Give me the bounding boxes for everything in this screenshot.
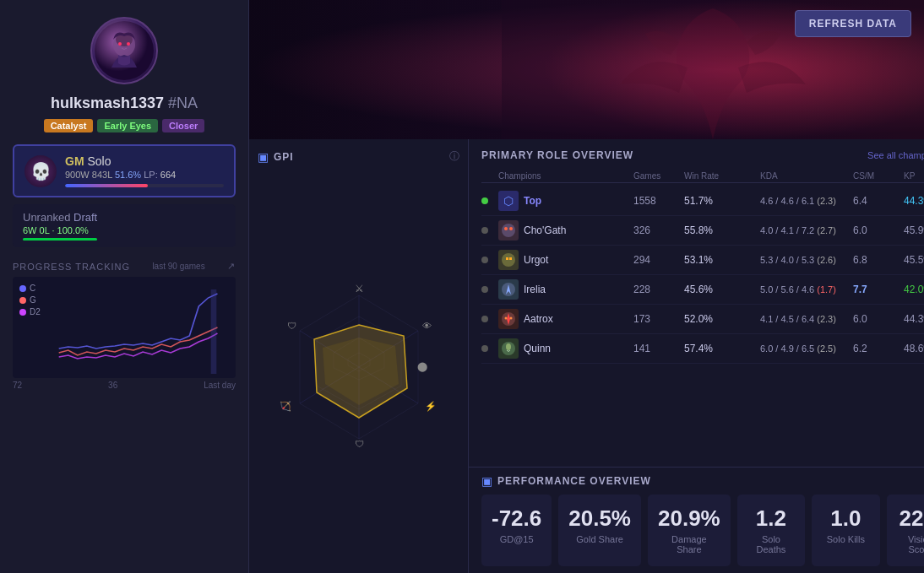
role-panel: PRIMARY ROLE OVERVIEW See all champions … (469, 139, 924, 467)
col-kp: KP (904, 171, 924, 181)
svg-point-31 (505, 317, 508, 320)
legend-c: C (19, 284, 41, 293)
gpi-info-icon[interactable]: ⓘ (449, 149, 459, 164)
table-row[interactable]: Irelia 228 45.6% 5.0 / 5.6 / 4.6 (1.7) 7… (481, 275, 924, 305)
refresh-button[interactable]: REFRESH DATA (795, 10, 911, 37)
perf-title: PERFORMANCE OVERVIEW (497, 475, 651, 487)
csm-irelia: 7.7 (853, 284, 904, 295)
svg-point-34 (506, 343, 511, 350)
table-row[interactable]: ⬡ Top 1558 51.7% 4.6 / 4.6 / 6.1 (2.3) 6… (481, 186, 924, 216)
rank-bar (65, 184, 224, 187)
csm-aatrox: 6.0 (853, 313, 904, 325)
solo-deaths-label: Solo Deaths (747, 534, 795, 554)
csm-top: 6.4 (853, 195, 904, 207)
vision-score-value: 22.0 (897, 506, 924, 531)
role-dot-active (481, 197, 488, 204)
svg-point-24 (504, 227, 508, 230)
radar-svg: ⚔ 🛡 🏹 🛡 ⚡ 👁 ⬤ (270, 278, 448, 456)
unranked-stats: 6W 0L · 100.0% (23, 225, 97, 235)
chart-label-lastday: Last day (204, 381, 236, 390)
svg-text:🛡: 🛡 (286, 321, 296, 331)
winrate-531: 53.1% (684, 254, 760, 266)
tag-closer: Closer (162, 119, 204, 132)
table-row[interactable]: Quinn 141 57.4% 6.0 / 4.9 / 6.5 (2.5) 6.… (481, 334, 924, 364)
perf-card-solo-deaths: 1.2 Solo Deaths (737, 495, 805, 566)
legend-g: G (19, 295, 41, 305)
kda-aatrox: 4.1 / 4.5 / 6.4 (2.3) (760, 314, 853, 324)
see-all-champions[interactable]: See all champions ↗ (867, 150, 924, 161)
draft-label: Draft (73, 211, 97, 224)
chart-area: C G D2 (13, 277, 236, 378)
rank-lp: 664 (160, 170, 176, 180)
chogath-icon (498, 220, 519, 241)
username: hulksmash1337 #NA (13, 95, 236, 112)
table-header: Champions Games Win Rate KDA CS/M KP (481, 170, 924, 183)
svg-text:⚔: ⚔ (354, 283, 363, 295)
top-label: Top (524, 195, 541, 207)
csm-urgot: 6.8 (853, 254, 904, 266)
svg-text:⬤: ⬤ (417, 361, 427, 372)
kp-urgot: 45.5% (904, 254, 924, 266)
csm-chogath: 6.0 (853, 224, 904, 236)
unranked-box: Unranked Draft 6W 0L · 100.0% (13, 204, 236, 247)
svg-text:⚡: ⚡ (425, 400, 437, 412)
col-csm: CS/M (853, 171, 904, 181)
chart-legend: C G D2 (19, 284, 41, 316)
role-dot (481, 316, 488, 322)
games-173: 173 (633, 313, 684, 325)
chart-label-72: 72 (13, 381, 22, 390)
ranked-box: 💀 GM Solo 900W 843L 51.6% LP: 664 (13, 144, 236, 197)
table-row[interactable]: Aatrox 173 52.0% 4.1 / 4.5 / 6.4 (2.3) 6… (481, 305, 924, 334)
gpi-header: ▣ GPI ⓘ (258, 149, 459, 164)
kda-quinn: 6.0 / 4.9 / 6.5 (2.5) (760, 343, 853, 354)
csm-quinn: 6.2 (853, 343, 904, 354)
rank-wins: 900W (65, 170, 90, 180)
top-role-icon: ⬡ (498, 191, 519, 211)
winrate-558: 55.8% (684, 224, 760, 236)
rank-title: GM Solo (65, 154, 224, 168)
content-area: ▣ GPI ⓘ (249, 139, 924, 573)
gold-share-value: 20.5% (568, 506, 631, 531)
avatar-container (13, 17, 236, 84)
chart-label-36: 36 (108, 381, 117, 390)
perf-cards: -72.6 GD@15 20.5% Gold Share 20.9% Damag… (481, 495, 924, 566)
table-row[interactable]: Cho'Gath 326 55.8% 4.0 / 4.1 / 7.2 (2.7)… (481, 216, 924, 246)
svg-text:🛡: 🛡 (354, 439, 363, 449)
champ-cell-top: ⬡ Top (498, 191, 633, 211)
games-228: 228 (633, 284, 684, 295)
col-games: Games (633, 171, 684, 181)
rank-icon: 💀 (24, 155, 57, 187)
gd15-label: GD@15 (492, 534, 541, 544)
aatrox-icon (498, 309, 519, 329)
games-1558: 1558 (633, 195, 684, 207)
table-row[interactable]: Urgot 294 53.1% 5.3 / 4.0 / 5.3 (2.6) 6.… (481, 246, 924, 275)
games-294: 294 (633, 254, 684, 266)
urgot-icon (498, 250, 519, 270)
progress-tracking: PROGRESS TRACKING last 90 games ↗ C G D2 (13, 261, 236, 390)
quinn-icon (498, 338, 519, 359)
svg-point-25 (509, 227, 513, 230)
tag-early-eyes: Early Eyes (97, 119, 158, 132)
rank-tier: GM (65, 154, 84, 168)
progress-chart (17, 281, 231, 374)
kda-irelia: 5.0 / 5.6 / 4.6 (1.7) (760, 284, 853, 295)
rank-info: GM Solo 900W 843L 51.6% LP: 664 (65, 154, 224, 187)
champ-cell-quinn: Quinn (498, 338, 633, 359)
sidebar: hulksmash1337 #NA Catalyst Early Eyes Cl… (0, 0, 249, 573)
progress-expand-icon[interactable]: ↗ (227, 261, 236, 272)
chogath-name: Cho'Gath (524, 224, 566, 236)
gpi-radar-chart: ⚔ 🛡 🏹 🛡 ⚡ 👁 ⬤ (258, 170, 459, 563)
role-header: PRIMARY ROLE OVERVIEW See all champions … (481, 149, 924, 161)
perf-card-gold-share: 20.5% Gold Share (558, 495, 641, 566)
winrate-574: 57.4% (684, 343, 760, 354)
solo-kills-value: 1.0 (822, 506, 869, 531)
rank-winrate: 51.6% (115, 170, 141, 180)
champ-cell-irelia: Irelia (498, 279, 633, 300)
rank-lp-label: LP: (144, 170, 160, 180)
performance-section: ▣ PERFORMANCE OVERVIEW -72.6 GD@15 20.5%… (469, 467, 924, 573)
rank-stats: 900W 843L 51.6% LP: 664 (65, 170, 224, 180)
role-dot (481, 257, 488, 263)
col-kda: KDA (760, 171, 853, 181)
urgot-name: Urgot (524, 254, 548, 266)
games-326: 326 (633, 224, 684, 236)
